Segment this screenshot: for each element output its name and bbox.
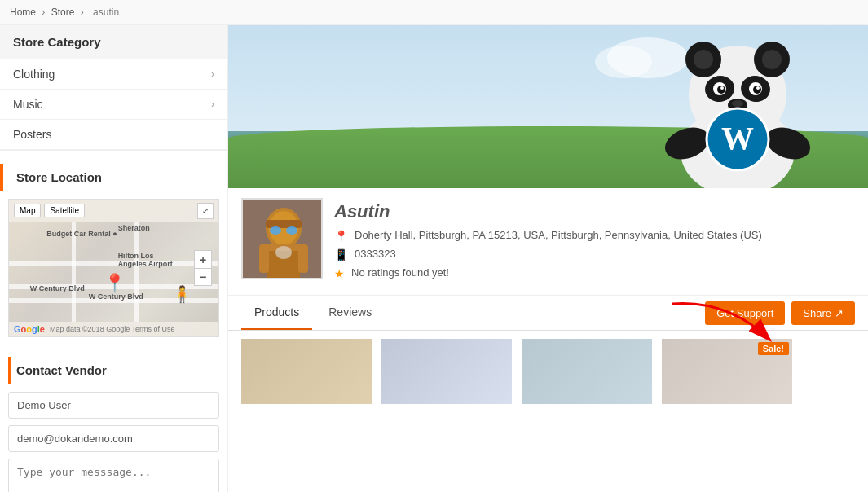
chevron-right-icon: › (211, 68, 214, 80)
vendor-rating: No ratings found yet! (351, 266, 449, 279)
vendor-avatar-image (243, 200, 321, 278)
product-thumb-4[interactable]: Sale! (662, 339, 792, 404)
map-label-w-century: W Century Blvd (89, 292, 143, 301)
sidebar: Store Category Clothing › Music › Poster… (0, 25, 228, 492)
map-tab-map[interactable]: Map (14, 204, 41, 217)
contact-vendor-section: Contact Vendor (0, 357, 227, 492)
vendor-phone-row: 📱 0333323 (334, 248, 855, 261)
svg-point-30 (275, 246, 292, 259)
vendor-profile-and-tabs: Asutin 📍 Doherty Hall, Pittsburgh, PA 15… (228, 188, 868, 412)
map-label-century: W Century Blvd (30, 284, 85, 292)
location-pin-icon: 📍 (104, 273, 126, 293)
phone-icon: 📱 (334, 248, 348, 261)
breadcrumb-sep-2: › (81, 7, 86, 18)
svg-rect-32 (298, 244, 308, 273)
category-link-music[interactable]: Music › (0, 90, 227, 119)
svg-point-15 (756, 86, 760, 90)
map-label-hilton: Hilton LosAngeles Airport (118, 252, 173, 268)
tabs-bar: Products Reviews Get Support Share ↗ (228, 296, 868, 331)
map-background: Budget Car Rental ● Sheraton Hilton LosA… (9, 200, 218, 336)
google-logo: Google (14, 324, 45, 334)
panda-svg: W (583, 25, 844, 188)
store-location-section: Store Location Budget Car Rental ● Shera… (0, 164, 227, 350)
breadcrumb: Home › Store › asutin (0, 0, 868, 25)
contact-vendor-title: Contact Vendor (8, 357, 219, 384)
tab-products[interactable]: Products (241, 296, 312, 330)
map-zoom-in-button[interactable]: + (194, 250, 212, 268)
product-thumb-3[interactable] (522, 339, 652, 404)
share-label: Share (803, 307, 831, 319)
map-pin: 📍 (104, 275, 126, 292)
main-content: W (228, 25, 868, 492)
category-link-posters[interactable]: Posters (0, 120, 227, 149)
vendor-address-row: 📍 Doherty Hall, Pittsburgh, PA 15213, US… (334, 229, 855, 243)
store-category-title: Store Category (0, 25, 227, 59)
store-banner: W (228, 25, 868, 188)
vendor-avatar (241, 198, 323, 279)
category-label-posters: Posters (13, 128, 51, 141)
category-item-clothing[interactable]: Clothing › (0, 59, 227, 90)
breadcrumb-home[interactable]: Home (10, 7, 36, 18)
contact-email-input[interactable] (8, 425, 219, 452)
svg-point-14 (720, 86, 724, 90)
sale-badge: Sale! (758, 342, 789, 355)
category-item-posters[interactable]: Posters (0, 120, 227, 150)
map-zoom-controls: + − (194, 250, 212, 286)
tab-reviews[interactable]: Reviews (315, 296, 385, 330)
vendor-phone: 0333323 (355, 248, 396, 260)
map-road (9, 261, 218, 266)
map-label-sheraton: Sheraton (118, 224, 150, 232)
breadcrumb-sep-1: › (42, 7, 47, 18)
svg-rect-25 (266, 220, 302, 228)
external-link-icon: ↗ (835, 307, 844, 319)
vendor-rating-row: ★ No ratings found yet! (334, 266, 855, 280)
breadcrumb-current: asutin (93, 7, 119, 18)
category-list: Clothing › Music › Posters (0, 59, 227, 151)
contact-message-textarea[interactable] (8, 459, 219, 492)
map-data-label: Map data ©2018 Google Terms of Use (50, 325, 175, 333)
map-expand-button[interactable]: ⤢ (197, 203, 214, 219)
breadcrumb-store[interactable]: Store (51, 7, 75, 18)
contact-name-input[interactable] (8, 392, 219, 419)
vendor-address: Doherty Hall, Pittsburgh, PA 15213, USA,… (355, 229, 762, 241)
map-zoom-out-button[interactable]: − (194, 268, 212, 286)
svg-text:W: W (721, 120, 754, 156)
map-road-v (134, 222, 139, 322)
map-tab-satellite[interactable]: Satellite (44, 204, 85, 217)
svg-point-7 (762, 50, 782, 69)
tab-actions: Get Support Share ↗ (705, 301, 855, 325)
chevron-right-icon-music: › (211, 99, 214, 110)
vendor-info: Asutin 📍 Doherty Hall, Pittsburgh, PA 15… (334, 198, 855, 285)
store-location-title: Store Location (0, 164, 227, 191)
category-label-clothing: Clothing (13, 68, 55, 81)
vendor-name: Asutin (334, 201, 855, 222)
map-container[interactable]: Budget Car Rental ● Sheraton Hilton LosA… (8, 199, 219, 337)
category-link-clothing[interactable]: Clothing › (0, 59, 227, 89)
product-thumb-2[interactable] (381, 339, 512, 404)
map-top-bar: Map Satellite ⤢ (9, 200, 218, 222)
map-footer: Google Map data ©2018 Google Terms of Us… (9, 322, 218, 336)
share-button[interactable]: Share ↗ (791, 301, 855, 325)
svg-point-6 (694, 50, 713, 69)
avatar-svg (243, 200, 323, 279)
svg-rect-31 (259, 244, 269, 273)
map-label-budget: Budget Car Rental ● (46, 230, 117, 238)
svg-point-27 (286, 226, 297, 235)
svg-point-1 (595, 46, 652, 78)
get-support-button[interactable]: Get Support (705, 301, 785, 325)
product-thumb-1[interactable] (241, 339, 372, 404)
category-item-music[interactable]: Music › (0, 90, 227, 120)
map-person-icon[interactable]: 🧍 (172, 284, 192, 304)
category-label-music: Music (13, 98, 43, 111)
star-icon: ★ (334, 267, 345, 280)
panda-illustration: W (583, 25, 844, 188)
svg-point-26 (270, 226, 281, 235)
location-icon: 📍 (334, 230, 348, 243)
svg-point-17 (732, 100, 743, 107)
vendor-profile-bar: Asutin 📍 Doherty Hall, Pittsburgh, PA 15… (228, 188, 868, 296)
products-row: Sale! (228, 331, 868, 412)
